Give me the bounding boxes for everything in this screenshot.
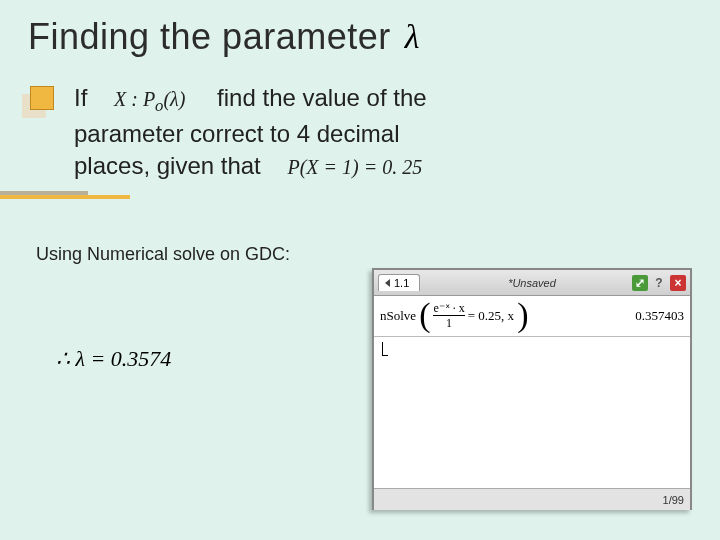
subheading: Using Numerical solve on GDC: — [36, 244, 290, 265]
fraction: e⁻ˣ · x 1 — [433, 302, 464, 329]
distribution-expr: X : Po(λ) — [114, 88, 190, 110]
tab-label: 1.1 — [394, 277, 409, 289]
calculator-titlebar: 1.1 *Unsaved ⤢ ? × — [374, 270, 690, 296]
right-paren-icon: ) — [517, 305, 528, 325]
left-paren-icon: ( — [419, 305, 430, 325]
probability-expr: P(X = 1) = 0. 25 — [287, 156, 422, 178]
text-find: find the value of the — [217, 84, 426, 111]
input-cursor[interactable] — [382, 342, 388, 356]
bullet-icon — [30, 86, 54, 110]
page-title: Finding the parameter — [28, 16, 391, 58]
body-paragraph: If X : Po(λ) find the value of the param… — [74, 82, 634, 182]
fraction-denominator: 1 — [446, 317, 452, 329]
separator-line — [374, 336, 690, 337]
rhs: = 0.25, x — [468, 308, 514, 324]
text-line2: parameter correct to 4 decimal — [74, 120, 399, 147]
result-expression: ∴ λ = 0.3574 — [56, 346, 171, 372]
title-row: Finding the parameter λ — [28, 16, 419, 58]
calculator-footer: 1/99 — [374, 488, 690, 510]
calculator-tab[interactable]: 1.1 — [378, 274, 420, 291]
expand-icon[interactable]: ⤢ — [632, 275, 648, 291]
nsolve-answer: 0.357403 — [635, 308, 684, 324]
nsolve-expression: nSolve ( e⁻ˣ · x 1 = 0.25, x ) — [380, 302, 528, 329]
tab-arrow-icon — [385, 279, 390, 287]
text-line3a: places, given that — [74, 152, 261, 179]
page-counter: 1/99 — [663, 494, 684, 506]
calculator-window: 1.1 *Unsaved ⤢ ? × nSolve ( e⁻ˣ · x 1 = … — [372, 268, 692, 510]
calculator-body: nSolve ( e⁻ˣ · x 1 = 0.25, x ) 0.357403 — [374, 296, 690, 488]
help-icon[interactable]: ? — [651, 275, 667, 291]
decorative-line — [0, 195, 130, 199]
nsolve-row: nSolve ( e⁻ˣ · x 1 = 0.25, x ) 0.357403 — [380, 302, 684, 329]
calculator-header-icons: ⤢ ? × — [632, 275, 686, 291]
calculator-doc-title: *Unsaved — [508, 277, 556, 289]
fraction-numerator: e⁻ˣ · x — [433, 302, 464, 314]
lambda-symbol: λ — [405, 18, 420, 56]
text-if: If — [74, 84, 87, 111]
nsolve-label: nSolve — [380, 308, 416, 324]
close-icon[interactable]: × — [670, 275, 686, 291]
